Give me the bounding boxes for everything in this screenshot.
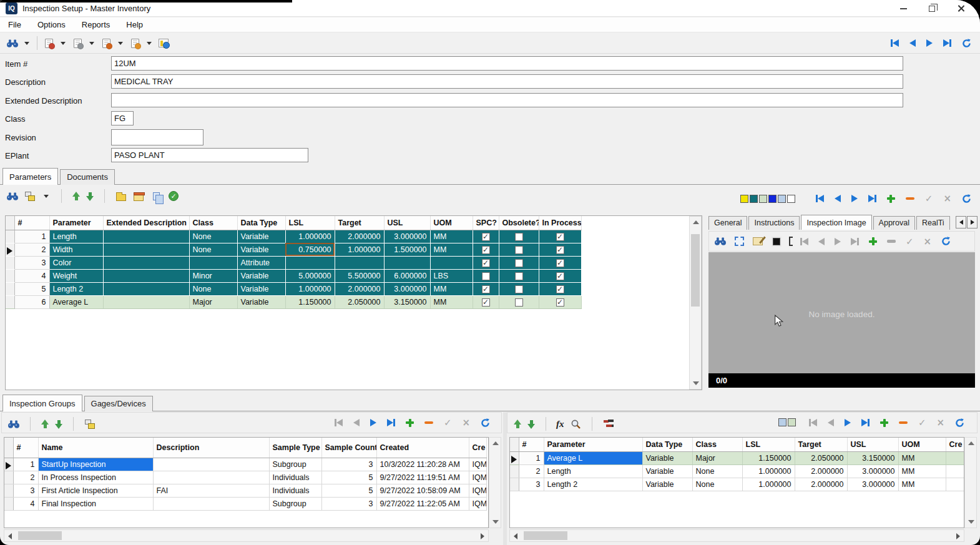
legend-color-swatch[interactable] bbox=[788, 418, 796, 426]
cell-data_type[interactable]: Variable bbox=[237, 295, 285, 308]
cell-num[interactable]: 3 bbox=[519, 478, 544, 491]
scroll-left-icon[interactable] bbox=[8, 533, 12, 539]
cell-num[interactable]: 3 bbox=[13, 484, 38, 497]
column-header[interactable]: # bbox=[519, 438, 544, 451]
cell-lsl[interactable]: 0.750000 bbox=[285, 243, 335, 256]
nav-first-button[interactable] bbox=[800, 237, 808, 246]
cell-obsolete[interactable] bbox=[499, 295, 539, 308]
cell-created[interactable]: 9/27/2022 11:22:05 AM bbox=[376, 497, 469, 510]
column-header[interactable]: Obsolete? bbox=[499, 216, 539, 230]
nav-next-button[interactable] bbox=[851, 194, 858, 203]
checkbox[interactable] bbox=[515, 285, 523, 293]
column-header[interactable]: Parameter bbox=[544, 438, 642, 451]
cell-parameter[interactable]: Length bbox=[544, 464, 642, 478]
cell-target[interactable] bbox=[335, 256, 384, 269]
checkbox[interactable] bbox=[556, 272, 564, 280]
tab-parameters[interactable]: Parameters bbox=[2, 168, 58, 185]
cell-uom[interactable] bbox=[430, 256, 473, 269]
cell-cre[interactable]: IQM bbox=[469, 471, 486, 484]
cell-obsolete[interactable] bbox=[499, 230, 539, 243]
column-header[interactable]: Extended Description bbox=[103, 216, 189, 230]
cell-data_type[interactable]: Variable bbox=[642, 451, 692, 464]
tab-scroll-right-icon[interactable] bbox=[967, 216, 978, 228]
cell-uom[interactable]: MM bbox=[898, 451, 946, 464]
cell-parameter[interactable]: Average L bbox=[49, 295, 103, 308]
nav-first-button[interactable] bbox=[891, 39, 899, 47]
nav-prev-button[interactable] bbox=[818, 237, 825, 246]
report-setup-icon[interactable] bbox=[71, 37, 84, 49]
cell-sample_count[interactable]: 5 bbox=[321, 471, 376, 484]
column-header[interactable]: # bbox=[14, 216, 49, 230]
cell-parameter[interactable]: Length bbox=[49, 230, 103, 243]
nav-last-button[interactable] bbox=[861, 418, 870, 427]
cell-sample_count[interactable]: 5 bbox=[321, 484, 376, 497]
group-move-down-icon[interactable] bbox=[54, 420, 63, 429]
column-header[interactable]: USL bbox=[847, 438, 898, 451]
nav-add-button[interactable] bbox=[406, 418, 414, 427]
table-row[interactable]: 6Average LMajorVariable1.1500002.0500003… bbox=[6, 295, 581, 308]
nav-cancel-button[interactable]: × bbox=[924, 237, 932, 246]
nav-first-button[interactable] bbox=[335, 418, 343, 427]
cell-class[interactable]: None bbox=[189, 230, 237, 243]
cell-uom[interactable]: MM bbox=[898, 478, 946, 491]
scrollbar-thumb[interactable] bbox=[691, 234, 700, 307]
restore-button[interactable] bbox=[918, 0, 946, 17]
cell-class[interactable]: None bbox=[692, 478, 742, 491]
column-header[interactable]: LSL bbox=[285, 216, 335, 230]
cell-lsl[interactable]: 1.000000 bbox=[285, 230, 335, 243]
column-header[interactable]: Data Type bbox=[642, 438, 692, 451]
cell-uom[interactable]: MM bbox=[430, 282, 473, 295]
menu-options[interactable]: Options bbox=[37, 20, 66, 29]
cell-data_type[interactable]: Variable bbox=[237, 243, 285, 256]
cell-description[interactable]: FAI bbox=[153, 484, 269, 497]
cell-data_type[interactable]: Variable bbox=[642, 464, 692, 478]
move-up-icon[interactable] bbox=[72, 192, 81, 201]
formula-icon[interactable]: fx bbox=[556, 419, 564, 430]
extended-description-field[interactable] bbox=[111, 93, 903, 107]
cell-usl[interactable]: 3.150000 bbox=[384, 295, 430, 308]
table-row[interactable]: 3First Article InspectionFAIIndividuals5… bbox=[4, 484, 486, 497]
cell-class[interactable]: None bbox=[692, 464, 742, 478]
cell-target[interactable]: 2.000000 bbox=[795, 464, 847, 478]
cell-obsolete[interactable] bbox=[499, 282, 539, 295]
cell-target[interactable]: 1.000000 bbox=[335, 243, 384, 256]
cell-parameter[interactable]: Color bbox=[49, 256, 103, 269]
search-dropdown-icon[interactable] bbox=[24, 42, 29, 45]
checkbox[interactable] bbox=[482, 233, 490, 241]
table-row[interactable]: 3ColorAttribute bbox=[6, 256, 581, 269]
move-down-icon[interactable] bbox=[86, 192, 94, 201]
groups-horizontal-scrollbar[interactable] bbox=[4, 529, 489, 542]
cell-num[interactable]: 1 bbox=[13, 458, 38, 471]
hierarchy-icon[interactable] bbox=[602, 418, 615, 430]
checkbox[interactable] bbox=[556, 298, 564, 307]
checkbox[interactable] bbox=[482, 298, 490, 307]
import-folder-icon[interactable] bbox=[115, 190, 127, 202]
cell-uom[interactable]: LBS bbox=[430, 269, 473, 282]
groups-vertical-scrollbar[interactable] bbox=[489, 437, 501, 528]
column-header[interactable]: Sample Type bbox=[269, 438, 321, 458]
param-move-down-icon[interactable] bbox=[527, 420, 536, 429]
tab-realtime[interactable]: RealTi bbox=[916, 216, 950, 230]
cell-data_type[interactable]: Variable bbox=[237, 230, 285, 243]
cell-created[interactable]: 9/27/2022 10:58:09 AM bbox=[376, 484, 469, 497]
cell-in_process[interactable] bbox=[539, 256, 581, 269]
cell-num[interactable]: 4 bbox=[13, 497, 38, 510]
report-setup-dropdown-icon[interactable] bbox=[89, 42, 94, 45]
cell-target[interactable]: 2.050000 bbox=[335, 295, 384, 308]
cell-num[interactable]: 2 bbox=[519, 464, 544, 478]
annotate-image-icon[interactable] bbox=[752, 236, 764, 247]
cell-sample_count[interactable]: 3 bbox=[321, 497, 376, 510]
table-row[interactable]: 4Final InspectionSubgroup39/27/2022 11:2… bbox=[4, 497, 486, 510]
class-field[interactable] bbox=[111, 111, 134, 125]
menu-file[interactable]: File bbox=[8, 20, 21, 29]
item-number-field[interactable] bbox=[111, 56, 903, 71]
eplant-field[interactable] bbox=[111, 148, 308, 162]
cell-cre[interactable]: IQM bbox=[469, 484, 486, 497]
legend-color-swatch[interactable] bbox=[759, 195, 767, 203]
menu-reports[interactable]: Reports bbox=[82, 20, 110, 29]
checkbox[interactable] bbox=[515, 259, 523, 267]
nav-refresh-button[interactable] bbox=[481, 418, 490, 427]
find-image-icon[interactable] bbox=[714, 236, 727, 247]
cell-parameter[interactable]: Average L bbox=[544, 451, 642, 464]
nav-post-button[interactable]: ✓ bbox=[906, 237, 914, 246]
